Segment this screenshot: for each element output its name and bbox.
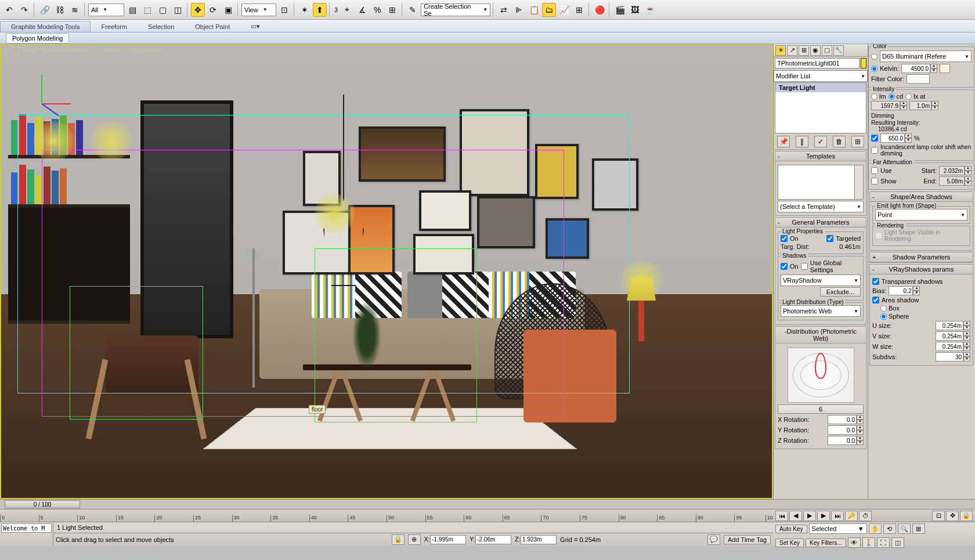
dimming-checkbox[interactable]	[871, 135, 878, 142]
configure-sets-icon[interactable]: ⊞	[851, 136, 864, 147]
abs-rel-icon[interactable]: ⊕	[408, 534, 421, 545]
filter-color-swatch[interactable]	[907, 74, 930, 84]
y-coord-input[interactable]	[475, 535, 511, 544]
goto-end-icon[interactable]: ⏭	[831, 511, 844, 521]
motion-tab-icon[interactable]: ◉	[810, 45, 821, 56]
keyboard-shortcut-icon[interactable]: ⬆	[313, 3, 327, 17]
hierarchy-tab-icon[interactable]: ⊞	[799, 45, 809, 56]
tab-selection[interactable]: Selection	[138, 21, 185, 32]
nav-zoomall-icon[interactable]: ⊞	[912, 523, 925, 534]
kelvin-spinner[interactable]	[901, 64, 930, 73]
tab-graphite[interactable]: Graphite Modeling Tools	[0, 21, 91, 32]
maxscript-listener[interactable]	[1, 523, 52, 533]
area-shadow-checkbox[interactable]	[872, 297, 879, 304]
lxat-radio[interactable]	[905, 93, 912, 100]
viewport-label[interactable]: [ + ] [ VRayPhysicalCamera001 ] [ Smooth…	[5, 46, 163, 53]
vsize-spinner[interactable]	[936, 331, 963, 341]
render-icon[interactable]: ☕	[643, 3, 657, 17]
vrayshadows-header[interactable]: -VRayShadows params	[870, 265, 973, 274]
photometric-web-preview[interactable]	[788, 348, 854, 403]
named-selection-dropdown[interactable]: Create Selection Se▼	[421, 3, 490, 16]
usize-spinner[interactable]	[936, 321, 963, 330]
ribbon-minimize-icon[interactable]: ▭▾	[240, 21, 270, 32]
nav-maxview-icon[interactable]: ⛶	[877, 537, 890, 548]
play-icon[interactable]: ▶	[803, 511, 816, 521]
snap-icon[interactable]: ⌖	[340, 3, 354, 17]
time-ruler[interactable]: 0 5 10 15 20 25 30 35 40 45 50 55 60 65 …	[0, 510, 773, 522]
xform-icon[interactable]: ✥	[946, 511, 959, 521]
use-global-checkbox[interactable]	[801, 263, 808, 270]
illuminant-radio[interactable]	[871, 53, 878, 60]
isolate-icon[interactable]: ⊡	[932, 511, 945, 521]
web-file-button[interactable]: 6	[778, 404, 864, 414]
manipulate-icon[interactable]: ✶	[298, 3, 312, 17]
shadow-type-dropdown[interactable]: VRayShadow▼	[781, 274, 861, 286]
atten-show-checkbox[interactable]	[871, 178, 878, 185]
next-frame-icon[interactable]: ▶	[817, 511, 830, 521]
selection-filter-dropdown[interactable]: All▼	[88, 3, 124, 16]
tab-objectpaint[interactable]: Object Paint	[185, 21, 240, 32]
unlink-icon[interactable]: ⛓	[53, 3, 67, 17]
comm-center-icon[interactable]: 💬	[707, 534, 720, 545]
show-end-result-icon[interactable]: ‖	[796, 136, 808, 147]
create-tab-icon[interactable]: ✳	[775, 45, 786, 56]
distribution-header[interactable]: -Distribution (Photometric Web)	[775, 327, 866, 344]
prev-frame-icon[interactable]: ◀	[789, 511, 802, 521]
link-icon[interactable]: 🔗	[38, 3, 52, 17]
general-header[interactable]: -General Parameters	[775, 218, 866, 227]
template-select-dropdown[interactable]: (Select a Template)▼	[778, 201, 864, 212]
intensity-value-spinner[interactable]	[871, 101, 900, 110]
gizmo-y-axis[interactable]	[41, 75, 42, 104]
gizmo-x-axis[interactable]	[42, 103, 71, 104]
object-color-swatch[interactable]	[861, 58, 866, 68]
material-editor-icon[interactable]: 🔴	[593, 3, 606, 17]
layer-manager-icon[interactable]: 📋	[527, 3, 541, 17]
ref-coord-dropdown[interactable]: View▼	[241, 3, 276, 16]
key-mode-icon[interactable]: 🔑	[845, 511, 858, 521]
angle-snap-icon[interactable]: ∡	[355, 3, 369, 17]
lock-selection-icon[interactable]: 🔒	[392, 534, 405, 545]
atten-start-spinner[interactable]	[939, 166, 965, 175]
bias-spinner[interactable]	[889, 286, 913, 295]
shape-header[interactable]: -Shape/Area Shadows	[870, 192, 973, 202]
shadows-on-checkbox[interactable]	[781, 263, 788, 270]
shape-type-dropdown[interactable]: Point▼	[875, 209, 967, 221]
select-icon[interactable]: ⬚	[140, 3, 154, 17]
incandescent-checkbox[interactable]	[871, 147, 878, 154]
nav-pan-icon[interactable]: ✋	[869, 523, 882, 534]
z-coord-input[interactable]	[521, 535, 557, 544]
scale-icon[interactable]: ▣	[221, 3, 235, 17]
sphere-radio[interactable]	[880, 313, 887, 320]
rect-select-icon[interactable]: ▢	[156, 3, 169, 17]
rendered-frame-icon[interactable]: 🖼	[628, 3, 642, 17]
nav-minmax-icon[interactable]: ◫	[891, 537, 904, 548]
keymode-dropdown[interactable]: Selected▼	[809, 523, 867, 534]
lock-icon[interactable]: 🔒	[960, 511, 973, 521]
nav-walk-icon[interactable]: 🚶	[862, 537, 875, 548]
utilities-tab-icon[interactable]: 🔧	[833, 45, 844, 56]
display-tab-icon[interactable]: ▢	[822, 45, 832, 56]
edit-named-sel-icon[interactable]: ✎	[406, 3, 420, 17]
mirror-icon[interactable]: ⇄	[497, 3, 511, 17]
cd-radio[interactable]	[889, 93, 895, 100]
lm-radio[interactable]	[871, 93, 878, 100]
time-slider[interactable]: 0 / 100	[0, 499, 975, 510]
window-crossing-icon[interactable]: ◫	[171, 3, 185, 17]
templates-header[interactable]: -Templates	[775, 151, 866, 161]
render-setup-icon[interactable]: 🎬	[613, 3, 627, 17]
atten-end-spinner[interactable]	[939, 176, 965, 186]
move-icon[interactable]: ✥	[191, 3, 205, 17]
viewport[interactable]: [ + ] [ VRayPhysicalCamera001 ] [ Smooth…	[0, 44, 773, 499]
pivot-center-icon[interactable]: ⊡	[277, 3, 291, 17]
transparent-shadows-checkbox[interactable]	[872, 278, 879, 285]
box-radio[interactable]	[880, 305, 887, 312]
time-slider-thumb[interactable]: 0 / 100	[5, 500, 80, 508]
kelvin-radio[interactable]	[871, 66, 878, 72]
modify-tab-icon[interactable]: ↗	[787, 45, 797, 56]
distribution-type-dropdown[interactable]: Photometric Web▼	[781, 305, 861, 317]
nav-zoom-icon[interactable]: 🔍	[898, 523, 911, 534]
dimming-spinner[interactable]	[880, 133, 905, 143]
targeted-checkbox[interactable]	[826, 235, 833, 242]
zrot-spinner[interactable]	[828, 436, 857, 445]
keyfilters-button[interactable]: Key Filters...	[806, 539, 846, 547]
